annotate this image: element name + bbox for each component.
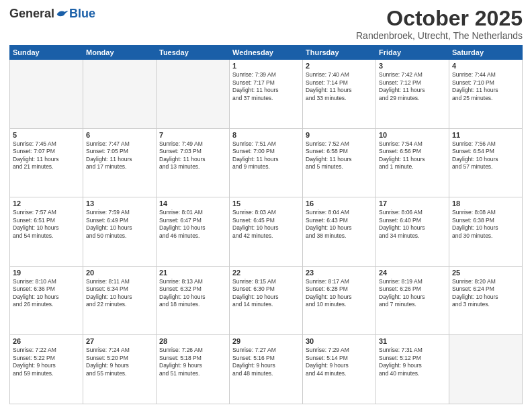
calendar-week-row: 5Sunrise: 7:45 AM Sunset: 7:07 PM Daylig… — [10, 128, 523, 197]
table-row: 27Sunrise: 7:24 AM Sunset: 5:20 PM Dayli… — [83, 335, 157, 404]
day-info: Sunrise: 7:49 AM Sunset: 7:03 PM Dayligh… — [159, 140, 226, 171]
day-number: 22 — [232, 269, 300, 277]
day-info: Sunrise: 7:27 AM Sunset: 5:16 PM Dayligh… — [232, 347, 300, 377]
day-number: 20 — [86, 269, 153, 277]
table-row: 25Sunrise: 8:20 AM Sunset: 6:24 PM Dayli… — [449, 266, 523, 335]
day-info: Sunrise: 8:13 AM Sunset: 6:32 PM Dayligh… — [159, 278, 226, 309]
calendar-header-row: Sunday Monday Tuesday Wednesday Thursday… — [10, 46, 523, 60]
calendar-week-row: 26Sunrise: 7:22 AM Sunset: 5:22 PM Dayli… — [10, 335, 523, 404]
day-info: Sunrise: 8:01 AM Sunset: 6:47 PM Dayligh… — [159, 209, 226, 240]
table-row: 1Sunrise: 7:39 AM Sunset: 7:17 PM Daylig… — [230, 60, 303, 129]
page: General Blue October 2025 Randenbroek, U… — [0, 0, 532, 411]
month-title: October 2025 — [356, 7, 523, 30]
col-wednesday: Wednesday — [230, 46, 303, 60]
table-row: 21Sunrise: 8:13 AM Sunset: 6:32 PM Dayli… — [157, 266, 230, 335]
day-info: Sunrise: 8:10 AM Sunset: 6:36 PM Dayligh… — [13, 278, 80, 309]
location-title: Randenbroek, Utrecht, The Netherlands — [356, 30, 523, 41]
day-info: Sunrise: 7:59 AM Sunset: 6:49 PM Dayligh… — [86, 209, 153, 240]
day-number: 17 — [379, 199, 446, 208]
table-row: 4Sunrise: 7:44 AM Sunset: 7:10 PM Daylig… — [449, 60, 523, 129]
day-info: Sunrise: 7:40 AM Sunset: 7:14 PM Dayligh… — [306, 71, 373, 102]
day-info: Sunrise: 8:17 AM Sunset: 6:28 PM Dayligh… — [306, 278, 373, 309]
calendar-week-row: 19Sunrise: 8:10 AM Sunset: 6:36 PM Dayli… — [10, 266, 523, 335]
day-number: 21 — [159, 269, 226, 277]
table-row: 8Sunrise: 7:51 AM Sunset: 7:00 PM Daylig… — [230, 128, 303, 197]
day-info: Sunrise: 8:11 AM Sunset: 6:34 PM Dayligh… — [86, 278, 153, 309]
day-number: 31 — [379, 337, 446, 345]
day-info: Sunrise: 8:04 AM Sunset: 6:43 PM Dayligh… — [306, 209, 373, 240]
day-info: Sunrise: 8:03 AM Sunset: 6:45 PM Dayligh… — [232, 209, 300, 240]
table-row — [157, 60, 230, 129]
day-number: 9 — [306, 131, 373, 139]
day-number: 16 — [306, 199, 373, 208]
day-info: Sunrise: 8:19 AM Sunset: 6:26 PM Dayligh… — [379, 278, 446, 309]
table-row: 6Sunrise: 7:47 AM Sunset: 7:05 PM Daylig… — [83, 128, 157, 197]
day-number: 27 — [86, 337, 153, 345]
day-number: 15 — [232, 199, 300, 208]
day-number: 29 — [232, 337, 300, 345]
day-info: Sunrise: 7:54 AM Sunset: 6:56 PM Dayligh… — [379, 140, 446, 171]
day-info: Sunrise: 8:08 AM Sunset: 6:38 PM Dayligh… — [452, 209, 519, 240]
day-number: 6 — [86, 131, 153, 139]
table-row — [10, 60, 83, 129]
table-row: 30Sunrise: 7:29 AM Sunset: 5:14 PM Dayli… — [303, 335, 376, 404]
col-sunday: Sunday — [10, 46, 83, 60]
day-info: Sunrise: 7:56 AM Sunset: 6:54 PM Dayligh… — [452, 140, 519, 171]
day-number: 7 — [159, 131, 226, 139]
day-info: Sunrise: 8:06 AM Sunset: 6:40 PM Dayligh… — [379, 209, 446, 240]
table-row: 14Sunrise: 8:01 AM Sunset: 6:47 PM Dayli… — [157, 197, 230, 267]
table-row: 5Sunrise: 7:45 AM Sunset: 7:07 PM Daylig… — [10, 128, 83, 197]
day-number: 12 — [13, 199, 80, 208]
day-number: 4 — [452, 62, 519, 70]
table-row: 31Sunrise: 7:31 AM Sunset: 5:12 PM Dayli… — [376, 335, 449, 404]
col-thursday: Thursday — [303, 46, 376, 60]
logo: General Blue — [9, 7, 95, 21]
col-friday: Friday — [376, 46, 449, 60]
table-row: 29Sunrise: 7:27 AM Sunset: 5:16 PM Dayli… — [230, 335, 303, 404]
day-number: 5 — [13, 131, 80, 139]
day-number: 30 — [306, 337, 373, 345]
day-number: 28 — [159, 337, 226, 345]
logo-blue-text: Blue — [69, 7, 95, 21]
day-info: Sunrise: 7:29 AM Sunset: 5:14 PM Dayligh… — [306, 347, 373, 377]
logo-bird-icon — [56, 8, 69, 20]
col-saturday: Saturday — [449, 46, 523, 60]
table-row: 15Sunrise: 8:03 AM Sunset: 6:45 PM Dayli… — [230, 197, 303, 267]
day-number: 13 — [86, 199, 153, 208]
logo-general-text: General — [9, 7, 54, 21]
day-info: Sunrise: 7:26 AM Sunset: 5:18 PM Dayligh… — [159, 347, 226, 377]
day-number: 23 — [306, 269, 373, 277]
day-number: 24 — [379, 269, 446, 277]
table-row — [449, 335, 523, 404]
day-number: 11 — [452, 131, 519, 139]
table-row: 13Sunrise: 7:59 AM Sunset: 6:49 PM Dayli… — [83, 197, 157, 267]
day-info: Sunrise: 7:24 AM Sunset: 5:20 PM Dayligh… — [86, 347, 153, 377]
day-number: 8 — [232, 131, 300, 139]
table-row: 23Sunrise: 8:17 AM Sunset: 6:28 PM Dayli… — [303, 266, 376, 335]
table-row: 22Sunrise: 8:15 AM Sunset: 6:30 PM Dayli… — [230, 266, 303, 335]
table-row: 2Sunrise: 7:40 AM Sunset: 7:14 PM Daylig… — [303, 60, 376, 129]
day-number: 14 — [159, 199, 226, 208]
table-row: 7Sunrise: 7:49 AM Sunset: 7:03 PM Daylig… — [157, 128, 230, 197]
day-info: Sunrise: 7:44 AM Sunset: 7:10 PM Dayligh… — [452, 71, 519, 102]
day-number: 2 — [306, 62, 373, 70]
col-tuesday: Tuesday — [157, 46, 230, 60]
table-row: 19Sunrise: 8:10 AM Sunset: 6:36 PM Dayli… — [10, 266, 83, 335]
day-info: Sunrise: 7:22 AM Sunset: 5:22 PM Dayligh… — [13, 347, 80, 377]
day-info: Sunrise: 7:42 AM Sunset: 7:12 PM Dayligh… — [379, 71, 446, 102]
day-info: Sunrise: 7:51 AM Sunset: 7:00 PM Dayligh… — [232, 140, 300, 171]
day-number: 25 — [452, 269, 519, 277]
table-row: 20Sunrise: 8:11 AM Sunset: 6:34 PM Dayli… — [83, 266, 157, 335]
day-number: 3 — [379, 62, 446, 70]
table-row: 18Sunrise: 8:08 AM Sunset: 6:38 PM Dayli… — [449, 197, 523, 267]
table-row: 10Sunrise: 7:54 AM Sunset: 6:56 PM Dayli… — [376, 128, 449, 197]
day-info: Sunrise: 7:52 AM Sunset: 6:58 PM Dayligh… — [306, 140, 373, 171]
day-info: Sunrise: 7:45 AM Sunset: 7:07 PM Dayligh… — [13, 140, 80, 171]
calendar-table: Sunday Monday Tuesday Wednesday Thursday… — [9, 45, 523, 404]
day-number: 18 — [452, 199, 519, 208]
day-info: Sunrise: 7:47 AM Sunset: 7:05 PM Dayligh… — [86, 140, 153, 171]
col-monday: Monday — [83, 46, 157, 60]
day-number: 19 — [13, 269, 80, 277]
day-info: Sunrise: 7:39 AM Sunset: 7:17 PM Dayligh… — [232, 71, 300, 102]
table-row: 9Sunrise: 7:52 AM Sunset: 6:58 PM Daylig… — [303, 128, 376, 197]
